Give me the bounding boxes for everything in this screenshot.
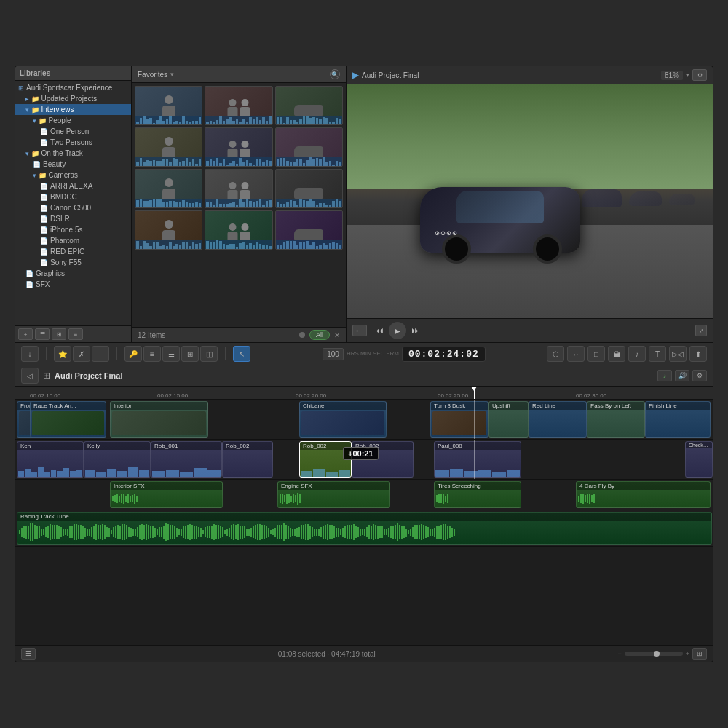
- clear-filter-icon[interactable]: ✕: [334, 331, 340, 339]
- sidebar-item-red[interactable]: 📄RED EPIC: [15, 246, 131, 257]
- clip-turn3[interactable]: Turn 3 Dusk: [430, 401, 488, 438]
- sidebar-item-people[interactable]: ▾ 📁People: [15, 115, 131, 126]
- sidebar-item-one-person[interactable]: 📄One Person: [15, 126, 131, 137]
- clip-redline[interactable]: Red Line: [529, 401, 587, 438]
- browser-thumb-5[interactable]: [205, 127, 272, 167]
- clip-finishline[interactable]: Finish Line: [645, 401, 711, 438]
- skip-to-start-button[interactable]: ⏮: [373, 324, 386, 337]
- sidebar-item-updated[interactable]: ▸ 📁Updated Projects: [15, 93, 131, 104]
- browser-thumb-6[interactable]: [275, 127, 343, 167]
- browser-thumb-8[interactable]: [205, 169, 272, 208]
- zoom-chevron-icon[interactable]: [686, 71, 689, 79]
- sidebar-item-sfx[interactable]: 📄SFX: [15, 279, 131, 290]
- lib-add-button[interactable]: +: [18, 328, 33, 340]
- status-layout-btn[interactable]: ⊞: [692, 648, 707, 660]
- sidebar-item-canon[interactable]: 📄Canon C500: [15, 202, 131, 213]
- list-view-button[interactable]: ☰: [162, 346, 180, 362]
- status-zoom-in-btn[interactable]: +: [686, 650, 689, 657]
- sidebar-item-arri[interactable]: 📄ARRI ALEXA: [15, 181, 131, 191]
- sidebar-item-bmdcc[interactable]: 📄BMDCC: [15, 191, 131, 202]
- timeline-settings-btn[interactable]: ⚙: [692, 370, 707, 381]
- browser-thumb-3[interactable]: [275, 86, 343, 125]
- timeline-audio-btn[interactable]: ♪: [657, 370, 672, 381]
- transition-button[interactable]: ▷◁: [669, 346, 687, 362]
- clip-connections-button[interactable]: □: [587, 346, 605, 362]
- status-zoom-slider[interactable]: [625, 652, 683, 656]
- clip-passby[interactable]: Pass By on Left: [587, 401, 645, 438]
- reject-button[interactable]: ✗: [73, 346, 90, 362]
- browser-thumb-4[interactable]: [135, 127, 202, 167]
- clip-interior[interactable]: Interior: [110, 401, 208, 438]
- preview-settings-button[interactable]: ⚙: [692, 69, 707, 81]
- library-header: Libraries: [15, 66, 131, 81]
- lib-view-flow-button[interactable]: ≡: [68, 328, 83, 340]
- sidebar-item-beauty[interactable]: 📄Beauty: [15, 159, 131, 170]
- clip-ken[interactable]: Ken: [17, 441, 84, 478]
- browser-thumb-11[interactable]: [205, 210, 272, 250]
- clip-checkered-flag[interactable]: Checkered Flag: [685, 441, 713, 478]
- fullscreen-button[interactable]: ⤢: [695, 325, 707, 336]
- keywords-button[interactable]: 🔑: [124, 346, 142, 362]
- play-button[interactable]: ▶: [389, 322, 406, 339]
- audio-button[interactable]: ♪: [628, 346, 646, 362]
- tree-icon-interviews: ▾ 📁: [25, 106, 39, 114]
- browser-thumb-9[interactable]: [275, 169, 343, 208]
- library-tree[interactable]: ⊞Audi Sportscar Experience▸ 📁Updated Pro…: [15, 81, 131, 325]
- browser-thumb-10[interactable]: [135, 210, 202, 250]
- preview-tool-1[interactable]: ⟵: [352, 325, 367, 336]
- color-correct-button[interactable]: ⬡: [547, 346, 564, 362]
- filter-all-button[interactable]: All: [309, 330, 330, 340]
- lib-view-icon-button[interactable]: ⊞: [52, 328, 66, 340]
- clip-rob001[interactable]: Rob_001: [151, 441, 222, 478]
- select-tool-button[interactable]: ↖: [233, 346, 250, 362]
- grid-view-button[interactable]: ⊞: [181, 346, 199, 362]
- browser-thumb-7[interactable]: [135, 169, 202, 208]
- timeline-vol-btn[interactable]: 🔊: [675, 370, 689, 381]
- unrate-button[interactable]: —: [92, 346, 109, 362]
- inspector-button[interactable]: 🏔: [608, 346, 625, 362]
- title-button[interactable]: T: [649, 346, 666, 362]
- clip-paul008[interactable]: Paul_008: [434, 441, 521, 478]
- clip-chicane[interactable]: Chicane: [299, 401, 387, 438]
- clip-tires-sfx[interactable]: Tires Screeching: [434, 481, 521, 508]
- share-button[interactable]: ⬆: [689, 346, 707, 362]
- import-button[interactable]: ↓: [21, 346, 39, 362]
- clip-racing-tune[interactable]: Racing Track Tune: [17, 512, 712, 545]
- ruler-mark-3: 00:02:20:00: [296, 392, 326, 399]
- skip-to-end-button[interactable]: ⏭: [409, 324, 422, 337]
- timeline-tracks[interactable]: Front Race Track An...: [15, 400, 713, 645]
- mark-button[interactable]: ⭐: [54, 346, 71, 362]
- clip-cars-sfx[interactable]: 4 Cars Fly By: [576, 481, 711, 508]
- clip-rob002-1[interactable]: Rob_002: [222, 441, 273, 478]
- sidebar-item-on-track[interactable]: ▾ 📁On the Track: [15, 148, 131, 159]
- sidebar-item-cameras[interactable]: ▾ 📁Cameras: [15, 170, 131, 181]
- status-zoom-out-btn[interactable]: −: [617, 650, 621, 657]
- sidebar-item-iphone[interactable]: 📄iPhone 5s: [15, 224, 131, 235]
- sidebar-item-audi-lib[interactable]: ⊞Audi Sportscar Experience: [15, 82, 131, 93]
- thumb-video-5: [205, 128, 272, 166]
- clip-engine-sfx[interactable]: Engine SFX: [277, 481, 390, 508]
- sidebar-item-phantom[interactable]: 📄Phantom: [15, 235, 131, 246]
- clip-kelly[interactable]: Kelly: [84, 441, 151, 478]
- clip-racetrack[interactable]: Race Track An...: [30, 401, 106, 438]
- transform-button[interactable]: ↔: [567, 346, 585, 362]
- status-timeline-icon[interactable]: ☰: [21, 648, 36, 660]
- browser-thumb-12[interactable]: [275, 210, 343, 250]
- browser-thumb-2[interactable]: [205, 86, 272, 125]
- timeline-back-button[interactable]: ◁: [21, 368, 39, 384]
- sidebar-item-two-persons[interactable]: 📄Two Persons: [15, 137, 131, 148]
- timeline-playhead[interactable]: [474, 387, 475, 399]
- sidebar-item-sony[interactable]: 📄Sony F55: [15, 257, 131, 268]
- lib-view-list-button[interactable]: ☰: [35, 328, 50, 340]
- clip-upshift[interactable]: Upshift: [488, 401, 529, 438]
- zoom-display[interactable]: 81%: [661, 71, 683, 80]
- sidebar-item-dslr[interactable]: 📄DSLR: [15, 213, 131, 224]
- browser-search-button[interactable]: 🔍: [330, 69, 340, 79]
- angle-view-button[interactable]: ◫: [200, 346, 218, 362]
- sidebar-item-graphics[interactable]: 📄Graphics: [15, 268, 131, 279]
- browser-thumb-1[interactable]: [135, 86, 202, 125]
- filter-button[interactable]: ≡: [143, 346, 161, 362]
- clip-interior-sfx[interactable]: Interior SFX: [110, 481, 223, 508]
- sidebar-item-interviews[interactable]: ▾ 📁Interviews: [15, 104, 131, 115]
- favorites-chevron-icon[interactable]: [170, 71, 174, 78]
